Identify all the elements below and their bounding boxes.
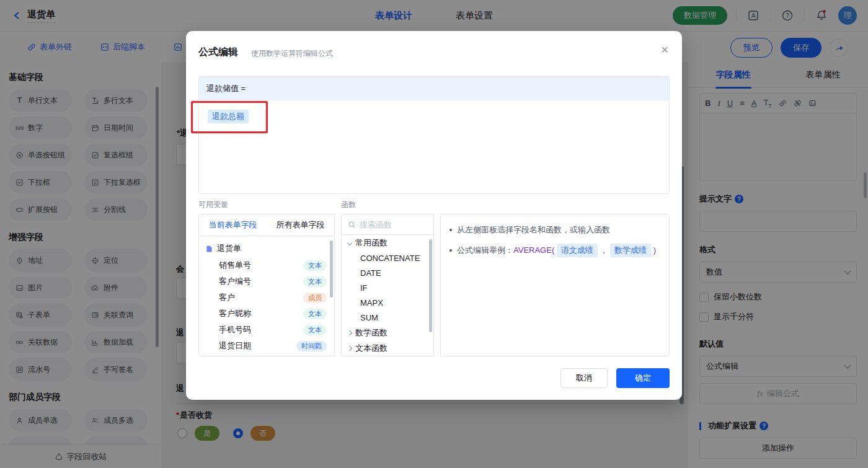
function-search-input[interactable] bbox=[360, 220, 422, 229]
function-item[interactable]: IF bbox=[342, 280, 433, 295]
function-group-math[interactable]: 数学函数 bbox=[342, 325, 433, 340]
help-line-2: 公式编辑举例：AVERAGE( 语文成绩 ， 数学成绩 ) bbox=[457, 244, 656, 257]
function-item[interactable]: CONCATENATE bbox=[342, 250, 433, 265]
annotation-highlight-box bbox=[191, 101, 268, 133]
formula-editor-modal: 公式编辑 使用数学运算符编辑公式 × 退款储值 = 退款总额 可用变量 函数 当… bbox=[186, 31, 682, 400]
confirm-button[interactable]: 确定 bbox=[616, 368, 670, 388]
formula-input-panel[interactable]: 退款储值 = 退款总额 bbox=[198, 76, 670, 194]
variables-scrollbar[interactable] bbox=[330, 241, 333, 298]
variables-panel: 当前表单字段 所有表单字段 退货单 销售单号文本 客户编号文本 客户成员 客户昵… bbox=[198, 214, 335, 356]
type-tag: 时间戳 bbox=[296, 341, 327, 351]
variables-section-label: 可用变量 bbox=[198, 200, 228, 210]
variable-row[interactable]: 退货日期时间戳 bbox=[199, 338, 334, 354]
close-icon[interactable]: × bbox=[661, 43, 668, 56]
type-tag: 文本 bbox=[303, 276, 327, 287]
function-group-text[interactable]: 文本函数 bbox=[342, 340, 433, 356]
tab-current-form-fields[interactable]: 当前表单字段 bbox=[199, 214, 267, 236]
formula-help-panel: 从左侧面板选择字段名和函数，或输入函数 公式编辑举例：AVERAGE( 语文成绩… bbox=[440, 214, 670, 356]
type-tag: 成员 bbox=[303, 293, 327, 303]
function-group-common[interactable]: 常用函数 bbox=[342, 235, 433, 250]
example-field-tag: 语文成绩 bbox=[557, 244, 598, 257]
variable-row[interactable]: 手机号码文本 bbox=[199, 322, 334, 338]
type-tag: 文本 bbox=[303, 309, 327, 319]
search-icon bbox=[348, 221, 356, 229]
variable-row[interactable]: 客户成员 bbox=[199, 289, 334, 306]
chevron-right-icon bbox=[347, 330, 352, 335]
form-doc-icon bbox=[205, 245, 213, 253]
type-tag: 文本 bbox=[303, 325, 327, 335]
variable-row[interactable]: 销售单号文本 bbox=[199, 257, 334, 273]
functions-section-label: 函数 bbox=[341, 200, 356, 210]
chevron-right-icon bbox=[347, 345, 352, 350]
help-line-1: 从左侧面板选择字段名和函数，或输入函数 bbox=[457, 224, 610, 236]
variable-row[interactable]: 客户昵称文本 bbox=[199, 306, 334, 322]
functions-panel: 常用函数 CONCATENATE DATE IF MAPX SUM 数学函数 文… bbox=[341, 214, 434, 356]
type-tag: 文本 bbox=[303, 260, 327, 271]
variables-tree-root[interactable]: 退货单 bbox=[199, 240, 334, 257]
function-item[interactable]: SUM bbox=[342, 310, 433, 325]
cancel-button[interactable]: 取消 bbox=[560, 368, 608, 388]
modal-title: 公式编辑 bbox=[198, 46, 238, 59]
tab-all-form-fields[interactable]: 所有表单字段 bbox=[267, 214, 334, 236]
modal-subtitle: 使用数学运算符编辑公式 bbox=[251, 48, 333, 59]
function-item[interactable]: MAPX bbox=[342, 295, 433, 310]
example-field-tag: 数学成绩 bbox=[610, 244, 651, 257]
variable-row[interactable]: 客户编号文本 bbox=[199, 273, 334, 289]
function-item[interactable]: DATE bbox=[342, 265, 433, 280]
functions-scrollbar[interactable] bbox=[429, 239, 432, 332]
chevron-down-icon bbox=[347, 240, 352, 245]
formula-target: 退款储值 = bbox=[199, 77, 669, 100]
